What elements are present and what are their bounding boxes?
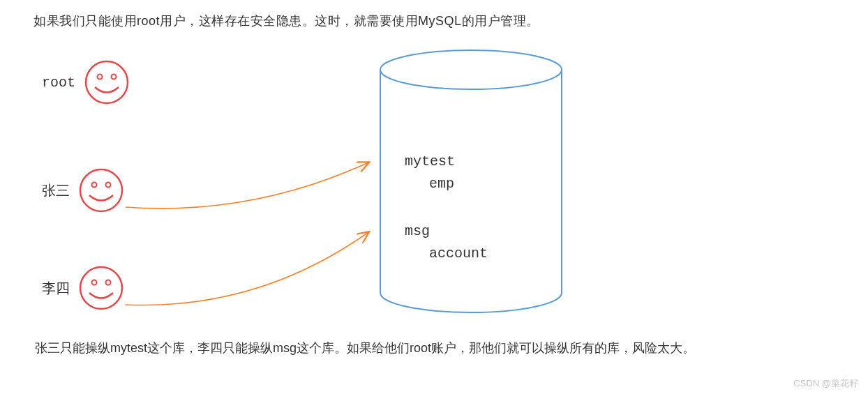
svg-point-2 [112,75,117,79]
arrow-zhangsan-to-mytest [126,162,368,209]
smiley-icon [82,58,131,107]
smiley-icon [77,166,126,215]
user-zhangsan-row: 张三 [42,166,126,215]
footer-text: 张三只能操纵mytest这个库，李四只能操纵msg这个库。如果给他们root账户… [35,339,802,358]
intro-text: 如果我们只能使用root用户，这样存在安全隐患。这时，就需要使用MySQL的用户… [33,13,539,29]
smiley-icon [77,264,126,312]
user-lisi-label: 李四 [42,279,70,298]
database-cylinder: mytest emp msg account [377,49,565,314]
db-item-mytest: mytest [405,153,455,169]
svg-point-5 [106,183,111,188]
watermark: CSDN @菜花籽 [793,377,858,390]
user-root-row: root [42,58,131,107]
svg-point-4 [92,183,97,188]
arrow-lisi-to-msg [126,232,368,305]
svg-point-9 [380,50,562,89]
svg-point-0 [86,61,128,103]
cylinder-icon [377,49,565,314]
user-root-label: root [42,75,75,91]
db-table-account: account [429,245,488,262]
svg-point-1 [98,75,103,79]
svg-point-3 [80,169,122,211]
svg-point-6 [80,267,122,309]
db-table-emp: emp [429,176,454,192]
user-zhangsan-label: 张三 [42,181,70,200]
svg-point-7 [92,280,97,285]
user-lisi-row: 李四 [42,264,126,312]
db-item-msg: msg [405,223,430,239]
svg-point-8 [106,280,111,285]
